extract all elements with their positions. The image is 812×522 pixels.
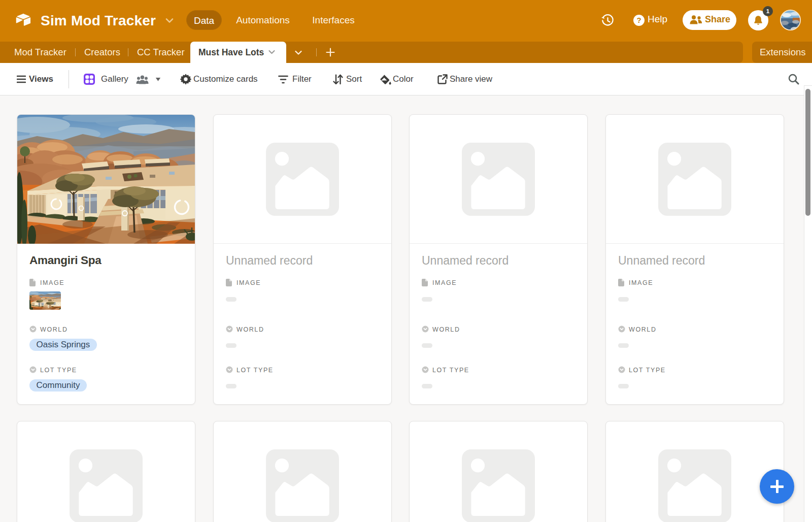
svg-text:?: ? — [636, 16, 641, 24]
